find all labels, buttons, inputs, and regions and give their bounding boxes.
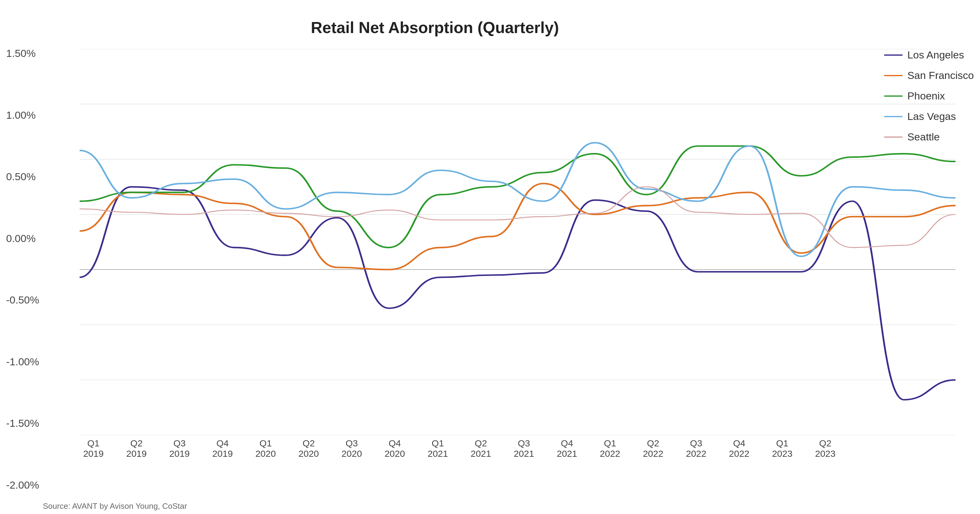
- legend-line-sea: [884, 136, 902, 138]
- x-label: Q22020: [295, 438, 323, 459]
- legend-item-sf: San Francisco: [884, 70, 974, 81]
- y-label-100: 1.00%: [6, 109, 39, 121]
- x-label: Q42019: [209, 438, 236, 459]
- legend-label-phx: Phoenix: [907, 90, 945, 102]
- y-label-150: 1.50%: [6, 48, 39, 59]
- y-axis: [37, 49, 80, 459]
- x-label: Q32022: [682, 438, 710, 459]
- x-axis: Q12019Q22019Q32019Q42019Q12020Q22020Q320…: [80, 435, 956, 459]
- chart-title: Retail Net Absorption (Quarterly): [37, 18, 956, 37]
- y-label-000: 0.00%: [6, 233, 39, 244]
- y-label-n100: -1.00%: [6, 356, 39, 368]
- y-label-n200: -2.00%: [6, 479, 39, 491]
- x-label: Q12022: [596, 438, 624, 459]
- chart-legend: Los Angeles San Francisco Phoenix Las Ve…: [884, 49, 974, 143]
- line-chart: [80, 49, 956, 435]
- legend-item-la: Los Angeles: [884, 49, 974, 61]
- legend-line-sf: [884, 75, 902, 76]
- chart-body: Q12019Q22019Q32019Q42019Q12020Q22020Q320…: [80, 49, 956, 459]
- legend-line-phx: [884, 95, 902, 97]
- x-label: Q22019: [123, 438, 150, 459]
- legend-line-lv: [884, 116, 902, 117]
- y-label-050: 0.50%: [6, 171, 39, 182]
- x-label: Q42020: [381, 438, 409, 459]
- legend-label-sea: Seattle: [907, 131, 940, 143]
- legend-label-la: Los Angeles: [907, 49, 964, 61]
- legend-line-la: [884, 54, 902, 56]
- x-label: Q12023: [768, 438, 796, 459]
- legend-item-lv: Las Vegas: [884, 111, 974, 122]
- y-label-n050: -0.50%: [6, 294, 39, 306]
- x-label: Q42021: [553, 438, 581, 459]
- x-label: Q22022: [640, 438, 667, 459]
- x-label: Q32020: [338, 438, 365, 459]
- x-label: Q22021: [467, 438, 495, 459]
- x-label: Q42022: [725, 438, 753, 459]
- legend-item-sea: Seattle: [884, 131, 974, 143]
- legend-item-phx: Phoenix: [884, 90, 974, 102]
- y-label-n150: -1.50%: [6, 417, 39, 429]
- x-label: Q12019: [80, 438, 107, 459]
- chart-container: Retail Net Absorption (Quarterly): [0, 0, 980, 514]
- legend-label-sf: San Francisco: [907, 70, 974, 81]
- x-label: Q12021: [424, 438, 452, 459]
- x-label: Q32021: [510, 438, 538, 459]
- x-label: Q22023: [811, 438, 839, 459]
- x-label: Q32019: [166, 438, 193, 459]
- x-label: Q12020: [252, 438, 279, 459]
- legend-label-lv: Las Vegas: [907, 111, 956, 122]
- source-text: Source: AVANT by Avison Young, CoStar: [43, 501, 187, 511]
